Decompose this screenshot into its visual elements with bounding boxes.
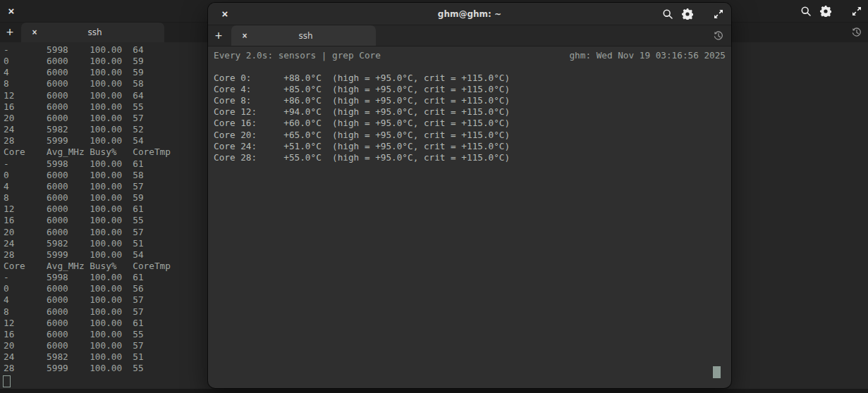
window-title: ghm@ghm: ~ [208,9,731,19]
close-icon: × [32,27,37,37]
plus-icon: + [6,26,14,39]
search-button[interactable] [799,4,813,18]
search-icon [662,8,673,20]
terminal-screen[interactable]: Every 2.0s: sensors | grep Core ghm: Wed… [208,46,731,387]
tab-ssh[interactable]: × ssh [21,23,164,42]
tab-label: ssh [39,27,164,37]
gear-icon [682,8,693,20]
new-tab-button[interactable]: + [1,23,18,42]
foreground-terminal-window[interactable]: × ghm@ghm: ~ + [208,3,731,388]
fullscreen-button[interactable] [850,4,864,18]
watch-host-datetime: ghm: Wed Nov 19 03:16:56 2025 [569,50,726,61]
history-icon [713,30,724,42]
watch-command: Every 2.0s: sensors | grep Core [214,50,381,61]
new-tab-button[interactable]: + [210,25,227,46]
tab-close-button[interactable]: × [30,28,39,37]
history-icon [851,27,862,38]
tab-ssh[interactable]: × ssh [231,25,376,46]
close-icon: × [242,31,247,41]
gear-icon [820,6,831,17]
close-icon: × [222,8,228,20]
fullscreen-button[interactable] [711,7,726,21]
settings-button[interactable] [680,7,695,21]
search-button[interactable] [661,7,675,21]
window-tabbar: + × ssh [208,25,731,46]
settings-button[interactable] [819,4,833,18]
tab-close-button[interactable]: × [240,32,250,40]
terminal-output[interactable]: - 5998 100.00 64 0 6000 100.00 59 4 6000… [4,44,171,375]
expand-icon [713,8,724,20]
screen-edge-strip [0,389,868,393]
close-icon: × [8,5,15,17]
tab-label: ssh [250,31,376,41]
plus-icon: + [215,30,223,42]
close-button[interactable]: × [218,7,232,21]
terminal-cursor-unfocused [3,375,11,387]
desktop: { "background_window": { "titlebar": { "… [0,0,868,393]
history-button[interactable] [711,29,726,43]
terminal-cursor [713,366,721,378]
terminal-output[interactable]: Core 0: +88.0°C (high = +95.0°C, crit = … [214,73,726,163]
watch-header: Every 2.0s: sensors | grep Core ghm: Wed… [214,50,726,61]
search-icon [800,6,812,17]
window-titlebar[interactable]: × ghm@ghm: ~ [208,3,731,25]
expand-icon [851,6,862,17]
history-button[interactable] [850,25,864,39]
close-button[interactable]: × [4,4,18,18]
